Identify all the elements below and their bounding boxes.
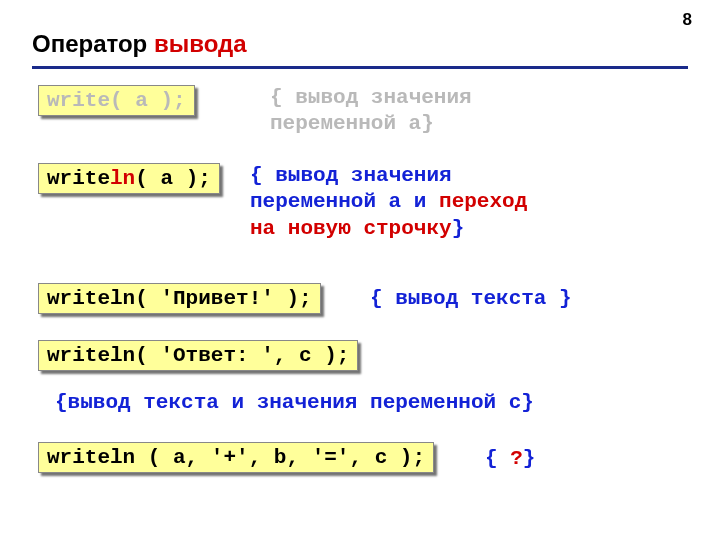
- comment-text: вывод текста и значения переменной c: [68, 391, 522, 414]
- brace-close: }: [521, 391, 534, 414]
- title-underline: [32, 66, 688, 69]
- code-post: ( a );: [135, 167, 211, 190]
- page-number: 8: [683, 10, 692, 30]
- comment-line2: переменной a: [270, 112, 421, 135]
- comment-5: { ?}: [485, 446, 535, 472]
- code-row-5: writeln ( a, '+', b, '=', c );: [38, 442, 434, 473]
- brace-close: }: [559, 287, 572, 310]
- comment-line2a: переменной a и: [250, 190, 439, 213]
- brace-open: {: [55, 391, 68, 414]
- brace-close: }: [421, 112, 434, 135]
- comment-4: {вывод текста и значения переменной c}: [55, 390, 534, 416]
- comment-text: вывод текста: [395, 287, 559, 310]
- comment-2: { вывод значения переменной a и переход …: [250, 163, 690, 242]
- page-title: Оператор вывода: [32, 30, 247, 58]
- code-pre: write: [47, 167, 110, 190]
- title-red: вывода: [154, 30, 247, 57]
- comment-line1: вывод значения: [295, 86, 471, 109]
- brace-open: {: [270, 86, 295, 109]
- code-row-4: writeln( 'Ответ: ', c );: [38, 340, 358, 371]
- code-box-3: writeln( 'Привет!' );: [38, 283, 321, 314]
- brace-close: }: [452, 217, 465, 240]
- comment-red2: на новую строчку: [250, 217, 452, 240]
- code-row-1: write( a );: [38, 85, 195, 116]
- comment-red1: переход: [439, 190, 527, 213]
- code-box-4: writeln( 'Ответ: ', c );: [38, 340, 358, 371]
- code-box-2: writeln( a );: [38, 163, 220, 194]
- code-row-2: writeln( a );: [38, 163, 220, 194]
- comment-1: { вывод значения переменной a}: [270, 85, 680, 138]
- comment-line1: вывод значения: [275, 164, 451, 187]
- comment-red: ?: [510, 447, 523, 470]
- brace-open: {: [370, 287, 395, 310]
- title-black: Оператор: [32, 30, 154, 57]
- code-box-5: writeln ( a, '+', b, '=', c );: [38, 442, 434, 473]
- code-box-1: write( a );: [38, 85, 195, 116]
- code-row-3: writeln( 'Привет!' );: [38, 283, 321, 314]
- brace-close: }: [523, 447, 536, 470]
- code-red: ln: [110, 167, 135, 190]
- comment-3: { вывод текста }: [370, 286, 572, 312]
- brace-open: {: [485, 447, 510, 470]
- brace-open: {: [250, 164, 275, 187]
